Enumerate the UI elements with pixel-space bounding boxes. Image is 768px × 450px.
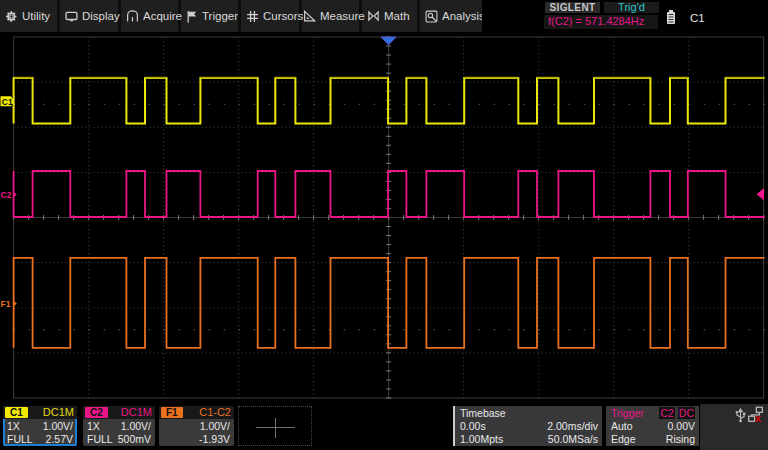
svg-text:C1: C1 <box>2 97 13 107</box>
svg-text:F1: F1 <box>1 299 11 309</box>
svg-text:X: X <box>755 414 762 423</box>
svg-text:C2: C2 <box>1 190 12 200</box>
